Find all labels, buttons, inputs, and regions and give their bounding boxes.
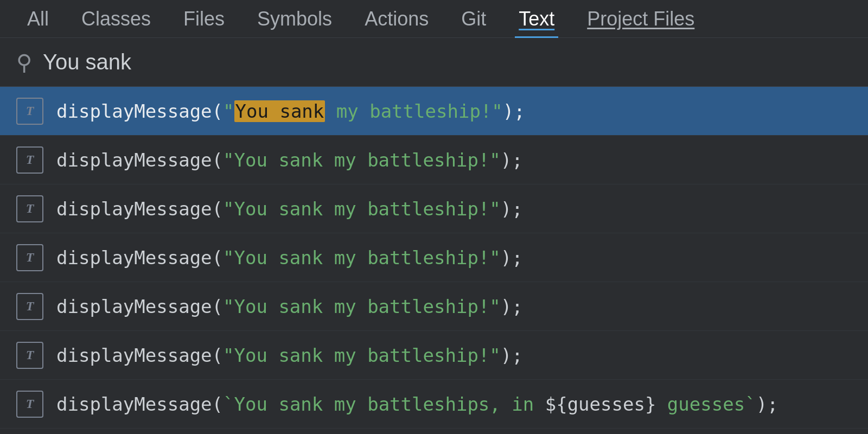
- code-template-expr: ${guesses}: [545, 393, 656, 415]
- code-suffix: );: [501, 344, 523, 366]
- tab-symbols[interactable]: Symbols: [241, 0, 348, 37]
- type-icon: T: [16, 244, 43, 271]
- tab-text[interactable]: Text: [502, 0, 571, 37]
- result-item[interactable]: T displayMessage("You sank my battleship…: [0, 282, 868, 331]
- result-text: displayMessage("You sank my battleship!"…: [56, 198, 523, 220]
- results-list: T displayMessage("You sank my battleship…: [0, 87, 868, 429]
- search-icon: ⚲: [16, 50, 32, 75]
- result-text: displayMessage("You sank my battleship!"…: [56, 149, 523, 171]
- result-text: displayMessage("You sank my battleship!"…: [56, 344, 523, 366]
- code-func: displayMessage(: [56, 296, 223, 317]
- result-text: displayMessage(`You sank my battleships,…: [56, 393, 778, 415]
- result-item[interactable]: T displayMessage("You sank my battleship…: [0, 233, 868, 282]
- tab-all[interactable]: All: [11, 0, 65, 37]
- result-item[interactable]: T displayMessage("You sank my battleship…: [0, 184, 868, 233]
- code-func: displayMessage(: [56, 393, 223, 415]
- code-func: displayMessage(: [56, 149, 223, 171]
- type-icon: T: [16, 342, 43, 369]
- code-suffix: );: [503, 100, 525, 122]
- code-suffix: );: [501, 149, 523, 171]
- type-icon: T: [16, 146, 43, 174]
- result-text: displayMessage("You sank my battleship!"…: [56, 100, 525, 122]
- code-highlight: You sank: [234, 100, 326, 122]
- search-bar: ⚲: [0, 38, 868, 87]
- code-func: displayMessage(: [56, 100, 223, 122]
- code-template-str1: You sank my battleships, in: [234, 393, 545, 415]
- code-suffix: );: [756, 393, 778, 415]
- result-item[interactable]: T displayMessage("You sank my battleship…: [0, 331, 868, 380]
- result-text: displayMessage("You sank my battleship!"…: [56, 296, 523, 317]
- code-func: displayMessage(: [56, 344, 223, 366]
- tab-actions[interactable]: Actions: [348, 0, 445, 37]
- type-icon: T: [16, 391, 43, 418]
- tab-files[interactable]: Files: [167, 0, 241, 37]
- code-template-open: `: [223, 393, 234, 415]
- result-item[interactable]: T displayMessage("You sank my battleship…: [0, 87, 868, 136]
- type-icon: T: [16, 293, 43, 320]
- result-text: displayMessage("You sank my battleship!"…: [56, 247, 523, 269]
- code-string-rest: my battleship!": [325, 100, 503, 122]
- tab-bar: All Classes Files Symbols Actions Git Te…: [0, 0, 868, 38]
- result-item[interactable]: T displayMessage("You sank my battleship…: [0, 136, 868, 184]
- code-string: "You sank my battleship!": [223, 149, 501, 171]
- code-string: "You sank my battleship!": [223, 198, 501, 220]
- tab-classes[interactable]: Classes: [65, 0, 167, 37]
- code-template-str2: guesses`: [656, 393, 756, 415]
- result-item[interactable]: T displayMessage(`You sank my battleship…: [0, 380, 868, 429]
- code-func: displayMessage(: [56, 247, 223, 269]
- code-func: displayMessage(: [56, 198, 223, 220]
- code-suffix: );: [501, 296, 523, 317]
- type-icon: T: [16, 98, 43, 125]
- tab-git[interactable]: Git: [445, 0, 502, 37]
- search-input[interactable]: [43, 50, 852, 74]
- tab-project-files[interactable]: Project Files: [571, 0, 711, 37]
- code-quote: ": [223, 100, 234, 122]
- type-icon: T: [16, 195, 43, 222]
- code-suffix: );: [501, 247, 523, 269]
- code-string: "You sank my battleship!": [223, 344, 501, 366]
- code-string: "You sank my battleship!": [223, 296, 501, 317]
- code-suffix: );: [501, 198, 523, 220]
- code-string: "You sank my battleship!": [223, 247, 501, 269]
